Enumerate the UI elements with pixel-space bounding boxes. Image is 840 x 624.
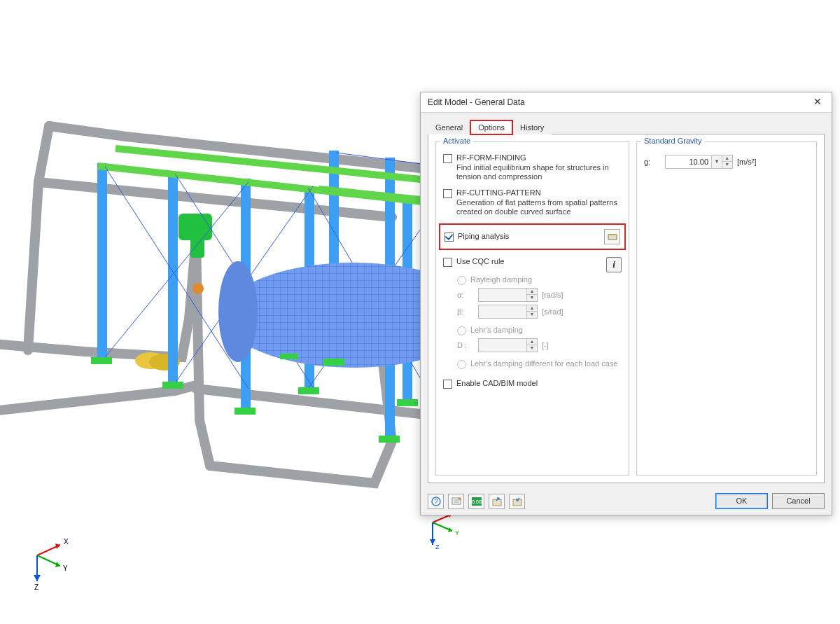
chevron-up-icon: ▲ xyxy=(527,305,537,312)
comment-button[interactable] xyxy=(448,494,464,509)
radio-lehr-diff: Lehr's damping different for each load c… xyxy=(457,359,622,369)
option-piping-highlight: Piping analysis xyxy=(439,223,626,250)
radio-icon xyxy=(457,360,466,369)
option-label: Use CQC rule xyxy=(456,257,504,265)
d-label: D : xyxy=(457,341,478,349)
chevron-up-icon[interactable]: ▲ xyxy=(722,155,732,162)
svg-rect-26 xyxy=(91,357,112,364)
svg-rect-5 xyxy=(97,163,107,359)
info-icon[interactable]: i xyxy=(606,257,622,272)
beta-label: β: xyxy=(457,307,478,316)
svg-rect-31 xyxy=(397,399,418,406)
chevron-down-icon[interactable]: ▾ xyxy=(712,155,722,168)
tab-general[interactable]: General xyxy=(428,120,470,134)
svg-rect-54 xyxy=(608,234,617,235)
option-desc: Find initial equilibrium shape for struc… xyxy=(456,163,622,181)
cancel-button[interactable]: Cancel xyxy=(772,493,825,509)
ok-button[interactable]: OK xyxy=(715,493,768,509)
svg-rect-30 xyxy=(323,359,344,366)
beta-unit: [s/rad] xyxy=(542,307,564,316)
svg-rect-2 xyxy=(178,214,212,240)
close-icon[interactable]: ✕ xyxy=(808,95,827,109)
help-button[interactable]: ? xyxy=(428,494,444,509)
alpha-spinner: ▲▼ xyxy=(478,288,538,302)
option-label: RF-CUTTING-PATTERN xyxy=(456,188,541,197)
g-value: 10.00 xyxy=(666,158,711,166)
svg-rect-27 xyxy=(162,382,183,389)
radio-rayleigh: Rayleigh damping xyxy=(457,275,622,285)
g-input[interactable]: 10.00 ▾ ▲ ▼ xyxy=(665,155,733,169)
checkbox-icon[interactable] xyxy=(443,380,452,389)
tab-history[interactable]: History xyxy=(512,120,552,134)
dialog-footer: ? 0.00 OK Cancel xyxy=(421,489,832,515)
radio-icon xyxy=(457,276,466,285)
option-cqc[interactable]: Use CQC rule i xyxy=(443,257,622,272)
option-desc: Generation of flat patterns from spatial… xyxy=(456,198,622,216)
option-cutting-pattern[interactable]: RF-CUTTING-PATTERN Generation of flat pa… xyxy=(443,188,622,216)
g-label: g: xyxy=(644,158,665,166)
units-button[interactable]: 0.00 xyxy=(468,494,484,509)
chevron-down-icon: ▼ xyxy=(527,312,537,318)
option-label: RF-FORM-FINDING xyxy=(456,153,526,162)
option-piping[interactable]: Piping analysis xyxy=(444,232,604,242)
svg-rect-32 xyxy=(379,436,400,443)
checkbox-icon[interactable] xyxy=(443,154,452,163)
tabstrip: General Options History xyxy=(428,120,825,134)
svg-rect-53 xyxy=(608,235,617,240)
svg-rect-3 xyxy=(190,237,204,258)
option-cad-bim[interactable]: Enable CAD/BIM model xyxy=(443,379,622,389)
beta-spinner: ▲▼ xyxy=(478,305,538,319)
radio-icon xyxy=(457,326,466,335)
export-button[interactable] xyxy=(509,494,525,509)
svg-rect-28 xyxy=(234,408,255,415)
checkbox-icon[interactable] xyxy=(443,258,452,267)
svg-point-25 xyxy=(218,261,258,362)
chevron-up-icon: ▲ xyxy=(527,289,537,295)
dialog-titlebar[interactable]: Edit Model - General Data ✕ xyxy=(421,92,832,113)
tab-panel-options: Activate RF-FORM-FINDING Find initial eq… xyxy=(428,134,825,483)
tab-options[interactable]: Options xyxy=(470,120,512,134)
d-spinner: ▲▼ xyxy=(478,338,538,352)
radio-label: Rayleigh damping xyxy=(470,275,532,284)
svg-text:?: ? xyxy=(434,498,438,506)
svg-point-4 xyxy=(192,283,204,294)
edit-model-dialog: Edit Model - General Data ✕ General Opti… xyxy=(420,92,832,515)
radio-lehr: Lehr's damping xyxy=(457,326,622,335)
svg-rect-34 xyxy=(280,354,298,359)
checkbox-icon[interactable] xyxy=(443,189,452,198)
alpha-label: α: xyxy=(457,291,478,299)
gravity-group: Standard Gravity g: 10.00 ▾ ▲ ▼ xyxy=(636,141,817,476)
chevron-down-icon: ▼ xyxy=(527,345,537,352)
checkbox-icon[interactable] xyxy=(444,233,454,242)
radio-label: Lehr's damping xyxy=(470,326,523,334)
alpha-unit: [rad/s] xyxy=(542,291,564,299)
piping-details-button[interactable] xyxy=(604,229,620,244)
radio-label: Lehr's damping different for each load c… xyxy=(470,359,617,368)
option-label: Enable CAD/BIM model xyxy=(456,379,538,387)
option-label: Piping analysis xyxy=(458,232,509,240)
d-unit: [-] xyxy=(542,341,549,349)
dialog-title: Edit Model - General Data xyxy=(428,97,808,107)
chevron-down-icon[interactable]: ▼ xyxy=(722,162,732,168)
activate-legend: Activate xyxy=(440,137,473,145)
chevron-up-icon: ▲ xyxy=(527,339,537,345)
gravity-legend: Standard Gravity xyxy=(641,137,705,145)
activate-group: Activate RF-FORM-FINDING Find initial eq… xyxy=(435,141,629,476)
svg-text:0.00: 0.00 xyxy=(472,499,482,504)
svg-rect-29 xyxy=(298,387,319,394)
g-unit: [m/s²] xyxy=(737,158,757,166)
import-button[interactable] xyxy=(489,494,505,509)
chevron-down-icon: ▼ xyxy=(527,295,537,301)
option-form-finding[interactable]: RF-FORM-FINDING Find initial equilibrium… xyxy=(443,153,622,181)
